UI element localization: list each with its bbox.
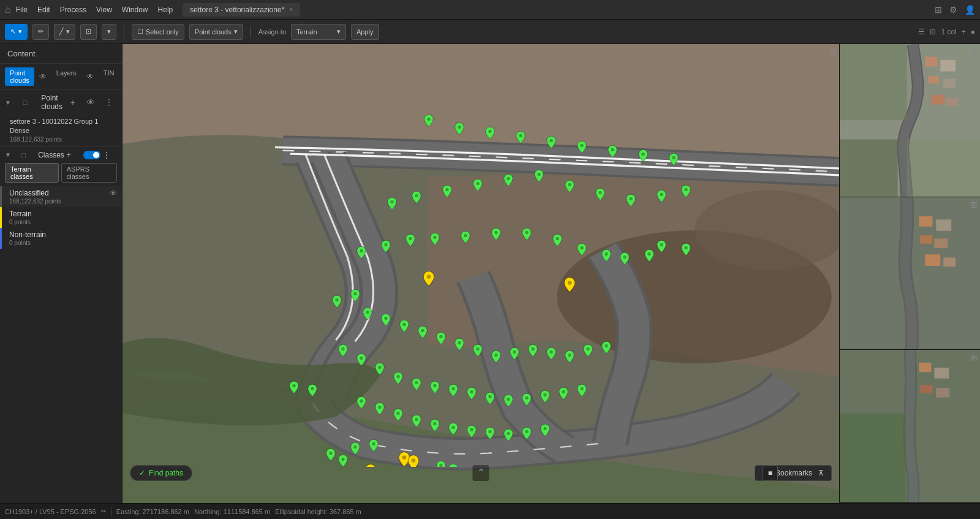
select-tool-button[interactable]: ↖ ▾ [5,24,28,40]
pc-visibility-icon[interactable]: 👁 [83,97,99,107]
bookmarks-label: Bookmarks [775,469,812,477]
eye-icon-layers[interactable]: 👁 [81,67,99,86]
svg-point-82 [543,427,546,430]
svg-point-96 [568,281,572,285]
expand-panel-2-icon[interactable]: ⊞ [970,200,978,210]
svg-point-71 [580,387,583,390]
menu-window[interactable]: Window [122,6,148,14]
draw-tool-button[interactable]: ✏ [32,24,49,40]
expand-panel-3-icon[interactable]: ⊞ [970,352,978,362]
crs-label: CH1903+ / LV95 - EPSG:2056 [5,508,96,515]
dropdown-chevron-icon: ▾ [234,28,238,36]
svg-point-61 [396,375,399,378]
measure-tool-button[interactable]: ⊡ [80,24,97,40]
menu-file[interactable]: File [16,6,28,14]
menu-view[interactable]: View [96,6,112,14]
svg-point-63 [433,384,436,387]
collapse-bottom-icon[interactable]: ⌃ [473,465,489,481]
map-viewport[interactable]: ✓ Find paths 🔖 Bookmarks ⊼ ■ ⌃ ⊞ [123,44,839,503]
thumbnail-2 [840,197,980,350]
filter-icon[interactable]: ☰ [918,28,925,36]
unclassified-visibility-icon[interactable]: 👁 [110,189,117,197]
expand-map-icon[interactable]: ⊞ [829,47,837,56]
expand-panel-1-icon[interactable]: ⊞ [970,47,978,56]
menu-edit[interactable]: Edit [37,6,50,14]
svg-point-87 [439,464,442,467]
terrain-label: Terrain [9,210,32,218]
northing-status: Northing: 1111584.865 m [194,508,270,515]
svg-rect-113 [840,197,980,350]
svg-point-67 [507,398,510,401]
classes-toggle[interactable] [83,151,100,159]
classes-more-icon[interactable]: ⋮ [103,151,117,159]
classes-section: ▼ □ Classes + ⋮ Terrain classes ASPRS cl… [0,147,122,503]
more-tools-button[interactable]: ▾ [102,24,116,40]
home-icon[interactable]: ⌂ [5,4,11,15]
tab-tin[interactable]: TIN [99,67,119,86]
point-clouds-section: ▼ □ Point clouds + 👁 ⋮ settore 3 - 10012… [0,90,122,147]
edit-crs-icon[interactable]: ✏ [101,508,106,515]
svg-point-69 [543,393,546,396]
svg-point-98 [412,458,416,463]
svg-point-8 [580,144,583,147]
svg-point-32 [494,231,497,234]
add-col-button[interactable]: + [962,28,966,36]
tab-layers[interactable]: Layers [51,67,81,86]
tab-asprs-classes[interactable]: ASPRS classes [61,163,117,183]
grid-icon[interactable]: ⊞ [935,5,942,15]
svg-point-5 [488,130,491,133]
close-tab-button[interactable]: × [289,6,293,13]
non-terrain-count: 0 points [9,240,117,246]
point-clouds-dropdown[interactable]: Point clouds ▾ [189,24,243,40]
svg-rect-125 [936,388,949,398]
main-area: Content Point clouds 👁 Layers 👁 TIN 👁 ▼ … [0,44,980,503]
pc-more-icon[interactable]: ⋮ [101,97,117,107]
measure-icon: ⊡ [86,28,91,36]
menu-process[interactable]: Process [60,6,86,14]
svg-point-23 [629,197,632,200]
svg-rect-115 [936,219,951,231]
right-panel-2: ⊞ [840,197,980,350]
status-separator [111,507,111,516]
easting-status: Easting: 2717186.862 m [116,508,189,515]
eye-icon-point-clouds[interactable]: 👁 [34,67,51,86]
thumb-1-svg [840,44,980,197]
add-class-button[interactable]: + [67,151,81,159]
line-tool-button[interactable]: ╱ ▾ [54,24,75,40]
settings-icon[interactable]: ⚙ [949,5,957,15]
find-paths-button[interactable]: ✓ Find paths [130,465,192,481]
collapse-icon[interactable]: ▼ [5,99,21,106]
classes-icon: □ [21,151,36,159]
svg-rect-114 [919,216,932,227]
add-point-cloud-button[interactable]: + [65,97,81,107]
right-panel-1: ⊞ [840,44,980,197]
svg-rect-117 [934,238,948,248]
svg-rect-111 [907,139,980,196]
terrain-count: 0 points [9,219,117,225]
svg-point-93 [292,384,295,387]
menu-help[interactable]: Help [158,6,173,14]
unclassified-header: Unclassified 👁 [9,189,117,197]
content-title: Content [7,49,36,58]
stop-recording-button[interactable]: ■ [763,465,778,481]
apply-button[interactable]: Apply [351,24,379,40]
select-only-button[interactable]: ☐ Select only [132,24,184,40]
tab-point-clouds[interactable]: Point clouds [5,67,34,86]
active-tab[interactable]: settore 3 - vettorializzazione* × [183,3,300,17]
svg-point-66 [488,395,491,398]
svg-point-57 [605,344,608,347]
svg-point-86 [341,458,344,461]
map-pins-svg [123,44,698,467]
classes-collapse-icon[interactable]: ▼ [5,151,19,158]
svg-point-64 [451,387,454,390]
terrain-dropdown-icon: ▾ [337,28,341,36]
titlebar: ⌂ File Edit Process View Window Help set… [0,0,980,20]
terrain-dropdown[interactable]: Terrain ▾ [291,24,346,40]
svg-point-50 [476,347,479,350]
filter-toggle-icon[interactable]: ⊟ [930,28,936,36]
tab-terrain-classes[interactable]: Terrain classes [5,163,59,183]
svg-point-19 [507,177,510,180]
classes-tab-bar: Terrain classes ASPRS classes [0,163,122,186]
account-icon[interactable]: 👤 [965,5,975,15]
svg-point-60 [378,366,381,369]
